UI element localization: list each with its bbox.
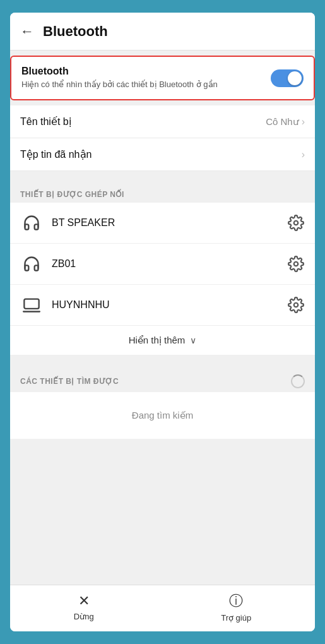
page-title: Bluetooth xyxy=(43,23,108,40)
help-button[interactable]: ⓘ Trợ giúp xyxy=(221,592,251,623)
headphone-icon xyxy=(20,253,43,275)
chevron-down-icon: ∨ xyxy=(190,335,196,345)
received-files-chevron: › xyxy=(302,149,305,160)
settings-icon[interactable] xyxy=(287,255,305,273)
help-label: Trợ giúp xyxy=(221,613,251,623)
list-item[interactable]: BT SPEAKER xyxy=(10,203,315,244)
device-name-bt-speaker: BT SPEAKER xyxy=(52,217,287,229)
paired-section-label: THIẾT BỊ ĐƯỢC GHÉP NỐI xyxy=(10,181,315,203)
separator xyxy=(10,361,315,366)
back-button[interactable]: ← xyxy=(20,23,34,40)
svg-point-0 xyxy=(294,221,298,225)
found-devices-header: CÁC THIẾT BỊ TÌM ĐƯỢC xyxy=(10,366,315,392)
svg-point-1 xyxy=(294,262,298,266)
separator xyxy=(10,176,315,181)
chevron-icon: › xyxy=(302,116,305,128)
stop-button[interactable]: ✕ Dừng xyxy=(74,593,94,621)
device-name-huynhnhu: HUYNHNHU xyxy=(52,299,287,311)
list-item[interactable]: HUYNHNHU xyxy=(10,285,315,326)
close-icon: ✕ xyxy=(78,593,90,609)
help-icon: ⓘ xyxy=(229,592,243,611)
bluetooth-toggle-row[interactable]: Bluetooth Hiện có thể nhìn thấy bởi các … xyxy=(10,56,315,100)
received-files-label: Tệp tin đã nhận xyxy=(20,148,92,160)
bluetooth-toggle-switch[interactable] xyxy=(271,69,304,87)
menu-section: Tên thiết bị Cô Như › Tệp tin đã nhận › xyxy=(10,105,315,171)
bluetooth-toggle-title: Bluetooth xyxy=(21,66,263,77)
content-area: Bluetooth Hiện có thể nhìn thấy bởi các … xyxy=(10,51,315,585)
received-files-row[interactable]: Tệp tin đã nhận › xyxy=(10,138,315,171)
bluetooth-toggle-subtitle: Hiện có thể nhìn thấy bởi các thiết bị B… xyxy=(21,79,263,90)
show-more-button[interactable]: Hiển thị thêm ∨ xyxy=(10,326,315,355)
laptop-icon xyxy=(20,294,43,316)
svg-point-3 xyxy=(294,303,298,307)
device-name-zb01: ZB01 xyxy=(52,258,287,270)
header: ← Bluetooth xyxy=(10,13,315,51)
searching-text: Đang tìm kiếm xyxy=(10,392,315,439)
device-name-value: Cô Như › xyxy=(266,116,305,128)
chevron-icon: › xyxy=(302,149,305,160)
loading-spinner xyxy=(291,374,305,388)
settings-icon[interactable] xyxy=(287,296,305,314)
settings-icon[interactable] xyxy=(287,214,305,232)
paired-devices-list: BT SPEAKER ZB01 xyxy=(10,203,315,355)
bottom-bar: ✕ Dừng ⓘ Trợ giúp xyxy=(10,585,315,631)
bluetooth-toggle-text: Bluetooth Hiện có thể nhìn thấy bởi các … xyxy=(21,66,271,90)
device-name-row[interactable]: Tên thiết bị Cô Như › xyxy=(10,105,315,138)
device-name-label: Tên thiết bị xyxy=(20,116,71,128)
stop-label: Dừng xyxy=(74,612,94,621)
svg-rect-2 xyxy=(24,299,38,309)
list-item[interactable]: ZB01 xyxy=(10,244,315,285)
found-section-label: CÁC THIẾT BỊ TÌM ĐƯỢC xyxy=(20,377,119,386)
show-more-label: Hiển thị thêm xyxy=(129,335,186,346)
headphone-icon xyxy=(20,212,43,234)
